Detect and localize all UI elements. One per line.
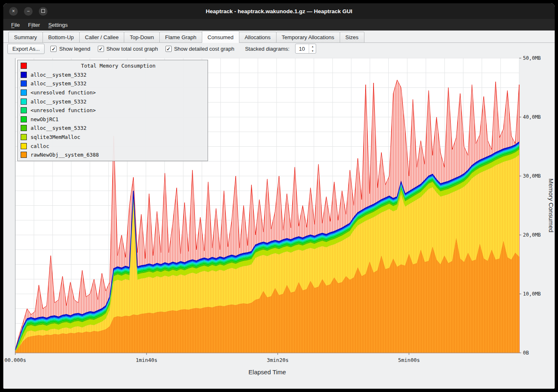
y-tick-label: 40,0MB [523,114,541,120]
spin-down-button[interactable]: ▼ [309,49,316,53]
checkbox-box: ✓ [98,46,104,52]
legend-item: calloc [19,141,206,150]
legend-label: newObjRC1 [31,116,59,122]
x-tick-label: 00.000s [5,357,26,363]
legend-swatch [21,152,27,158]
tab-flame-graph[interactable]: Flame Graph [159,32,202,43]
stacked-diagrams-value: 10 [296,44,309,53]
tab-top-down[interactable]: Top-Down [124,32,160,43]
checkbox-label: Show detailed cost graph [174,46,234,52]
window-title: Heaptrack - heaptrack.wakunode.1.gz — He… [59,8,499,14]
checkbox-show-legend[interactable]: ✓Show legend [50,46,90,52]
tab-bottom-up[interactable]: Bottom-Up [43,32,80,43]
checkbox-label: Show legend [59,46,90,52]
legend-swatch [21,134,27,140]
x-tick-label: 1min40s [136,357,158,363]
x-axis-label: Elapsed Time [248,369,286,376]
legend-item: sqlite3MemMalloc [19,133,206,142]
legend-swatch [21,107,27,113]
legend-item: newObjRC1 [19,115,206,124]
close-button[interactable]: × [9,7,18,16]
stacked-diagrams-label: Stacked diagrams: [245,46,290,52]
legend-label: alloc__system_5332 [31,72,86,78]
y-tick-label: 50,0MB [523,55,541,61]
menu-settings[interactable]: Settings [45,21,71,29]
tab-caller-callee[interactable]: Caller / Callee [79,32,125,43]
minimize-button[interactable]: − [24,7,33,16]
spin-up-button[interactable]: ▲ [309,44,316,49]
tab-bar: SummaryBottom-UpCaller / CalleeTop-DownF… [3,31,555,43]
tab-summary[interactable]: Summary [8,32,43,43]
y-axis-label: Memory Consumed [548,178,555,232]
legend-label: alloc__system_5332 [31,80,86,87]
legend-item: alloc__system_5332 [19,124,206,133]
checkbox-show-total-cost-graph[interactable]: ✓Show total cost graph [98,46,158,52]
legend-label: alloc__system_5332 [31,125,86,131]
y-tick-label: 20,0MB [523,232,541,238]
legend-label: calloc [31,143,49,149]
menu-file[interactable]: File [7,21,24,29]
legend-swatch [21,80,27,87]
maximize-button[interactable] [39,7,47,16]
legend-swatch [21,116,27,122]
y-tick-label: 10,0MB [523,291,541,297]
legend-label: rawNewObj__system_6388 [31,152,99,158]
legend-label: Total Memory Consumption [31,63,206,69]
legend-swatch [21,99,27,105]
export-as-button[interactable]: Export As... [7,44,45,54]
tab-sizes[interactable]: Sizes [340,32,364,43]
tab-allocations[interactable]: Allocations [239,32,277,43]
legend-label: <unresolved function> [31,89,96,96]
legend-swatch [21,125,27,131]
legend-item: rawNewObj__system_6388 [19,150,206,160]
checkbox-box: ✓ [50,46,57,52]
legend-label: alloc__system_5332 [31,99,86,105]
checkbox-show-detailed-cost-graph[interactable]: ✓Show detailed cost graph [166,46,234,52]
menu-filter[interactable]: Filter [24,21,44,29]
y-tick-label: 0B [523,350,529,356]
legend-item: alloc__system_5332 [19,70,206,80]
memory-consumption-chart[interactable]: 0B10,0MB20,0MB30,0MB40,0MB50,0MB00.000s1… [3,54,555,389]
legend-label: sqlite3MemMalloc [31,134,80,140]
spinbox-arrows: ▲ ▼ [309,44,316,53]
legend-swatch [21,63,27,69]
x-tick-label: 5min00s [398,357,420,363]
legend-item: alloc__system_5332 [19,97,206,106]
legend-label: <unresolved function> [31,107,96,113]
checkbox-label: Show total cost graph [106,46,158,52]
y-tick-label: 30,0MB [523,173,541,179]
tab-consumed[interactable]: Consumed [202,31,239,43]
legend-swatch [21,143,27,149]
legend-item: Total Memory Consumption [19,61,206,70]
stacked-diagrams-spinbox[interactable]: 10 ▲ ▼ [295,44,316,54]
chart-legend: Total Memory Consumptionalloc__system_53… [17,60,208,161]
legend-item: alloc__system_5332 [19,79,206,88]
maximize-icon [41,9,45,13]
legend-swatch [21,72,27,78]
x-tick-label: 3min20s [267,357,289,363]
checkbox-box: ✓ [166,46,172,52]
legend-item: <unresolved function> [19,106,206,115]
tab-temporary-allocations[interactable]: Temporary Allocations [276,32,340,43]
legend-item: <unresolved function> [19,88,206,97]
app-window: × − Heaptrack - heaptrack.wakunode.1.gz … [3,3,555,389]
legend-swatch [21,89,27,96]
toolbar-checkboxes: ✓Show legend✓Show total cost graph✓Show … [50,46,234,52]
window-controls: × − [9,7,59,16]
titlebar: × − Heaptrack - heaptrack.wakunode.1.gz … [3,3,555,19]
menubar: FileFilterSettings [3,19,555,31]
toolbar: Export As... ✓Show legend✓Show total cos… [3,43,555,54]
